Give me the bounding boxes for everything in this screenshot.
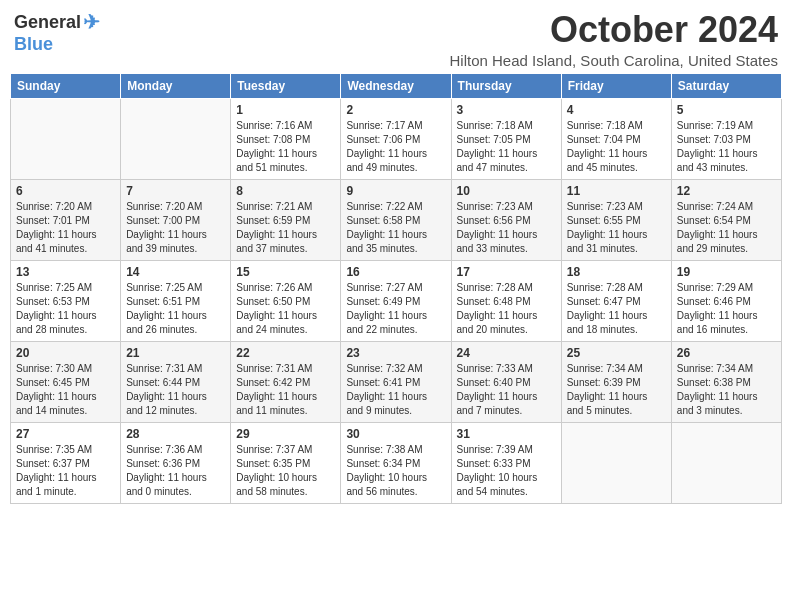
day-number: 17 xyxy=(457,265,556,279)
day-info: Sunrise: 7:34 AM Sunset: 6:39 PM Dayligh… xyxy=(567,362,666,418)
calendar-cell: 27Sunrise: 7:35 AM Sunset: 6:37 PM Dayli… xyxy=(11,422,121,503)
day-info: Sunrise: 7:24 AM Sunset: 6:54 PM Dayligh… xyxy=(677,200,776,256)
location-title: Hilton Head Island, South Carolina, Unit… xyxy=(449,52,778,69)
day-info: Sunrise: 7:25 AM Sunset: 6:53 PM Dayligh… xyxy=(16,281,115,337)
weekday-header-row: SundayMondayTuesdayWednesdayThursdayFrid… xyxy=(11,73,782,98)
day-number: 1 xyxy=(236,103,335,117)
day-number: 23 xyxy=(346,346,445,360)
day-number: 8 xyxy=(236,184,335,198)
calendar-cell: 1Sunrise: 7:16 AM Sunset: 7:08 PM Daylig… xyxy=(231,98,341,179)
calendar-cell xyxy=(561,422,671,503)
weekday-header: Saturday xyxy=(671,73,781,98)
day-info: Sunrise: 7:20 AM Sunset: 7:00 PM Dayligh… xyxy=(126,200,225,256)
day-info: Sunrise: 7:29 AM Sunset: 6:46 PM Dayligh… xyxy=(677,281,776,337)
day-info: Sunrise: 7:32 AM Sunset: 6:41 PM Dayligh… xyxy=(346,362,445,418)
day-info: Sunrise: 7:17 AM Sunset: 7:06 PM Dayligh… xyxy=(346,119,445,175)
logo-general: General xyxy=(14,12,81,33)
day-info: Sunrise: 7:25 AM Sunset: 6:51 PM Dayligh… xyxy=(126,281,225,337)
calendar-table: SundayMondayTuesdayWednesdayThursdayFrid… xyxy=(10,73,782,504)
day-number: 16 xyxy=(346,265,445,279)
day-info: Sunrise: 7:35 AM Sunset: 6:37 PM Dayligh… xyxy=(16,443,115,499)
day-info: Sunrise: 7:23 AM Sunset: 6:55 PM Dayligh… xyxy=(567,200,666,256)
calendar-cell: 15Sunrise: 7:26 AM Sunset: 6:50 PM Dayli… xyxy=(231,260,341,341)
calendar-cell: 2Sunrise: 7:17 AM Sunset: 7:06 PM Daylig… xyxy=(341,98,451,179)
calendar-cell: 24Sunrise: 7:33 AM Sunset: 6:40 PM Dayli… xyxy=(451,341,561,422)
weekday-header: Monday xyxy=(121,73,231,98)
day-info: Sunrise: 7:22 AM Sunset: 6:58 PM Dayligh… xyxy=(346,200,445,256)
logo: General ✈ Blue xyxy=(14,10,100,55)
calendar-cell: 3Sunrise: 7:18 AM Sunset: 7:05 PM Daylig… xyxy=(451,98,561,179)
day-info: Sunrise: 7:18 AM Sunset: 7:04 PM Dayligh… xyxy=(567,119,666,175)
calendar-cell: 18Sunrise: 7:28 AM Sunset: 6:47 PM Dayli… xyxy=(561,260,671,341)
day-info: Sunrise: 7:33 AM Sunset: 6:40 PM Dayligh… xyxy=(457,362,556,418)
calendar-cell: 17Sunrise: 7:28 AM Sunset: 6:48 PM Dayli… xyxy=(451,260,561,341)
day-info: Sunrise: 7:31 AM Sunset: 6:42 PM Dayligh… xyxy=(236,362,335,418)
logo-blue: Blue xyxy=(14,34,53,55)
weekday-header: Tuesday xyxy=(231,73,341,98)
calendar-cell xyxy=(121,98,231,179)
day-info: Sunrise: 7:26 AM Sunset: 6:50 PM Dayligh… xyxy=(236,281,335,337)
calendar-cell: 22Sunrise: 7:31 AM Sunset: 6:42 PM Dayli… xyxy=(231,341,341,422)
day-number: 4 xyxy=(567,103,666,117)
day-number: 30 xyxy=(346,427,445,441)
day-number: 6 xyxy=(16,184,115,198)
weekday-header: Friday xyxy=(561,73,671,98)
calendar-cell: 7Sunrise: 7:20 AM Sunset: 7:00 PM Daylig… xyxy=(121,179,231,260)
weekday-header: Wednesday xyxy=(341,73,451,98)
day-number: 28 xyxy=(126,427,225,441)
day-info: Sunrise: 7:21 AM Sunset: 6:59 PM Dayligh… xyxy=(236,200,335,256)
day-info: Sunrise: 7:31 AM Sunset: 6:44 PM Dayligh… xyxy=(126,362,225,418)
calendar-week-row: 27Sunrise: 7:35 AM Sunset: 6:37 PM Dayli… xyxy=(11,422,782,503)
calendar-week-row: 20Sunrise: 7:30 AM Sunset: 6:45 PM Dayli… xyxy=(11,341,782,422)
day-info: Sunrise: 7:34 AM Sunset: 6:38 PM Dayligh… xyxy=(677,362,776,418)
day-number: 27 xyxy=(16,427,115,441)
month-title: October 2024 xyxy=(449,10,778,50)
calendar-cell: 19Sunrise: 7:29 AM Sunset: 6:46 PM Dayli… xyxy=(671,260,781,341)
day-number: 5 xyxy=(677,103,776,117)
day-info: Sunrise: 7:28 AM Sunset: 6:47 PM Dayligh… xyxy=(567,281,666,337)
day-number: 24 xyxy=(457,346,556,360)
title-block: October 2024 Hilton Head Island, South C… xyxy=(449,10,778,69)
day-info: Sunrise: 7:39 AM Sunset: 6:33 PM Dayligh… xyxy=(457,443,556,499)
calendar-cell: 23Sunrise: 7:32 AM Sunset: 6:41 PM Dayli… xyxy=(341,341,451,422)
calendar-cell: 26Sunrise: 7:34 AM Sunset: 6:38 PM Dayli… xyxy=(671,341,781,422)
day-info: Sunrise: 7:20 AM Sunset: 7:01 PM Dayligh… xyxy=(16,200,115,256)
day-info: Sunrise: 7:19 AM Sunset: 7:03 PM Dayligh… xyxy=(677,119,776,175)
calendar-cell: 20Sunrise: 7:30 AM Sunset: 6:45 PM Dayli… xyxy=(11,341,121,422)
day-info: Sunrise: 7:27 AM Sunset: 6:49 PM Dayligh… xyxy=(346,281,445,337)
calendar-cell: 29Sunrise: 7:37 AM Sunset: 6:35 PM Dayli… xyxy=(231,422,341,503)
calendar-cell: 14Sunrise: 7:25 AM Sunset: 6:51 PM Dayli… xyxy=(121,260,231,341)
calendar-week-row: 13Sunrise: 7:25 AM Sunset: 6:53 PM Dayli… xyxy=(11,260,782,341)
day-number: 10 xyxy=(457,184,556,198)
calendar-cell: 9Sunrise: 7:22 AM Sunset: 6:58 PM Daylig… xyxy=(341,179,451,260)
day-info: Sunrise: 7:23 AM Sunset: 6:56 PM Dayligh… xyxy=(457,200,556,256)
weekday-header: Thursday xyxy=(451,73,561,98)
calendar-cell: 30Sunrise: 7:38 AM Sunset: 6:34 PM Dayli… xyxy=(341,422,451,503)
calendar-cell: 13Sunrise: 7:25 AM Sunset: 6:53 PM Dayli… xyxy=(11,260,121,341)
calendar-cell: 8Sunrise: 7:21 AM Sunset: 6:59 PM Daylig… xyxy=(231,179,341,260)
day-number: 9 xyxy=(346,184,445,198)
calendar-cell: 28Sunrise: 7:36 AM Sunset: 6:36 PM Dayli… xyxy=(121,422,231,503)
day-info: Sunrise: 7:18 AM Sunset: 7:05 PM Dayligh… xyxy=(457,119,556,175)
calendar-cell: 11Sunrise: 7:23 AM Sunset: 6:55 PM Dayli… xyxy=(561,179,671,260)
day-number: 2 xyxy=(346,103,445,117)
calendar-week-row: 1Sunrise: 7:16 AM Sunset: 7:08 PM Daylig… xyxy=(11,98,782,179)
calendar-week-row: 6Sunrise: 7:20 AM Sunset: 7:01 PM Daylig… xyxy=(11,179,782,260)
calendar-cell: 25Sunrise: 7:34 AM Sunset: 6:39 PM Dayli… xyxy=(561,341,671,422)
day-info: Sunrise: 7:37 AM Sunset: 6:35 PM Dayligh… xyxy=(236,443,335,499)
day-number: 18 xyxy=(567,265,666,279)
day-info: Sunrise: 7:36 AM Sunset: 6:36 PM Dayligh… xyxy=(126,443,225,499)
calendar-cell: 4Sunrise: 7:18 AM Sunset: 7:04 PM Daylig… xyxy=(561,98,671,179)
calendar-cell: 6Sunrise: 7:20 AM Sunset: 7:01 PM Daylig… xyxy=(11,179,121,260)
calendar-cell: 10Sunrise: 7:23 AM Sunset: 6:56 PM Dayli… xyxy=(451,179,561,260)
page-header: General ✈ Blue October 2024 Hilton Head … xyxy=(10,10,782,69)
day-number: 13 xyxy=(16,265,115,279)
day-number: 15 xyxy=(236,265,335,279)
day-number: 25 xyxy=(567,346,666,360)
day-number: 3 xyxy=(457,103,556,117)
calendar-cell: 5Sunrise: 7:19 AM Sunset: 7:03 PM Daylig… xyxy=(671,98,781,179)
logo-icon: ✈ xyxy=(83,10,100,34)
calendar-cell: 16Sunrise: 7:27 AM Sunset: 6:49 PM Dayli… xyxy=(341,260,451,341)
day-number: 7 xyxy=(126,184,225,198)
day-number: 31 xyxy=(457,427,556,441)
